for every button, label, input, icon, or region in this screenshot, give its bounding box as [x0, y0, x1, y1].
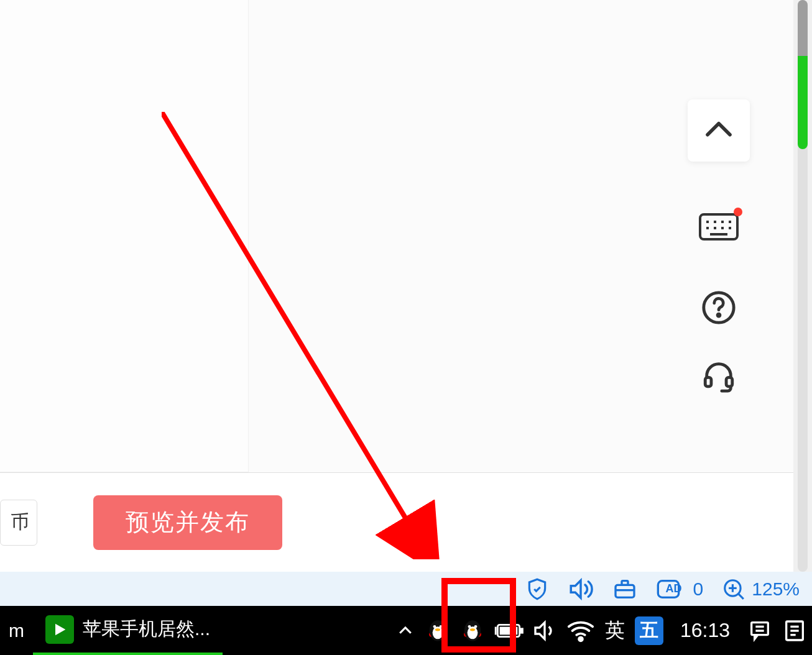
- taskbar-clock[interactable]: 16:13: [668, 619, 742, 642]
- taskbar-left-fragment[interactable]: m: [0, 606, 33, 655]
- svg-point-27: [440, 625, 443, 628]
- chevron-up-icon: [702, 114, 736, 147]
- wifi-icon: [566, 616, 595, 645]
- note-icon: [782, 618, 807, 643]
- penguin-icon: [460, 618, 485, 643]
- help-icon: [701, 290, 737, 326]
- volume-icon: [568, 576, 594, 602]
- vertical-scrollbar[interactable]: [793, 0, 812, 572]
- battery-charging-icon: [494, 621, 524, 640]
- ad-block-button[interactable]: AD 0: [656, 577, 704, 602]
- taskbar-running-app[interactable]: 苹果手机居然...: [33, 606, 223, 655]
- volume-icon: [532, 618, 557, 643]
- svg-point-11: [717, 314, 720, 316]
- svg-point-38: [579, 637, 583, 641]
- tray-qq-icon-2[interactable]: [455, 606, 490, 655]
- notification-icon: [747, 618, 772, 643]
- svg-point-31: [468, 625, 471, 628]
- volume-button[interactable]: [568, 576, 594, 602]
- svg-rect-39: [752, 622, 768, 634]
- keyboard-icon: [699, 211, 739, 242]
- scrollbar-thumb[interactable]: [798, 0, 808, 149]
- action-center-button[interactable]: [742, 606, 777, 655]
- svg-point-33: [470, 628, 475, 631]
- svg-rect-16: [622, 580, 628, 585]
- zoom-in-icon: [722, 577, 745, 601]
- svg-marker-37: [535, 622, 545, 639]
- svg-point-28: [435, 628, 440, 631]
- keyboard-button[interactable]: [688, 199, 750, 255]
- ime-box-label: 五: [640, 618, 658, 643]
- secondary-button[interactable]: 币: [0, 500, 37, 546]
- content-panel: [0, 0, 249, 472]
- shield-icon: [525, 577, 549, 601]
- tray-volume-button[interactable]: [527, 606, 562, 655]
- ime-language-label: 英: [605, 617, 625, 644]
- ime-method-button[interactable]: 五: [630, 606, 668, 655]
- preview-publish-button[interactable]: 预览并发布: [93, 495, 282, 550]
- ime-language-button[interactable]: 英: [599, 606, 630, 655]
- penguin-icon: [425, 618, 450, 643]
- svg-line-22: [739, 593, 744, 598]
- tray-qq-icon-1[interactable]: [420, 606, 455, 655]
- tray-expand-button[interactable]: [390, 606, 420, 655]
- headset-icon: [701, 358, 737, 394]
- svg-marker-23: [55, 623, 65, 635]
- tray-wifi-button[interactable]: [562, 606, 599, 655]
- tray-battery-button[interactable]: [490, 606, 527, 655]
- zoom-button[interactable]: 125%: [722, 577, 800, 601]
- app-area: 币 预览并发布: [0, 0, 812, 572]
- taskbar-left-fragment-label: m: [9, 620, 24, 641]
- notes-button[interactable]: [777, 606, 812, 655]
- svg-marker-14: [571, 580, 581, 598]
- windows-taskbar: m 苹果手机居然... 英 五 16:13: [0, 606, 812, 655]
- taskbar-app-label: 苹果手机居然...: [83, 616, 210, 642]
- editor-bottom-bar: 币 预览并发布: [0, 472, 812, 572]
- zoom-level: 125%: [752, 579, 800, 600]
- ime-box-icon: 五: [635, 616, 663, 645]
- browser-status-bar: AD 0 125%: [0, 572, 812, 606]
- svg-rect-36: [500, 626, 518, 634]
- svg-point-32: [474, 625, 478, 628]
- notification-dot-icon: [734, 208, 742, 216]
- support-button[interactable]: [688, 348, 750, 404]
- svg-rect-12: [705, 377, 711, 387]
- svg-rect-35: [520, 628, 522, 632]
- security-shield-button[interactable]: [525, 577, 549, 601]
- chevron-up-icon: [396, 621, 415, 640]
- scroll-top-button[interactable]: [688, 99, 750, 162]
- clock-label: 16:13: [680, 619, 730, 641]
- toolbox-icon: [612, 577, 637, 602]
- app-icon: [45, 615, 74, 644]
- ad-block-count: 0: [693, 579, 704, 600]
- primary-button-label: 预览并发布: [126, 506, 250, 538]
- secondary-button-label: 币: [11, 510, 29, 535]
- svg-point-26: [433, 625, 436, 628]
- help-button[interactable]: [688, 280, 750, 336]
- extensions-button[interactable]: [612, 577, 637, 602]
- play-icon: [51, 621, 68, 638]
